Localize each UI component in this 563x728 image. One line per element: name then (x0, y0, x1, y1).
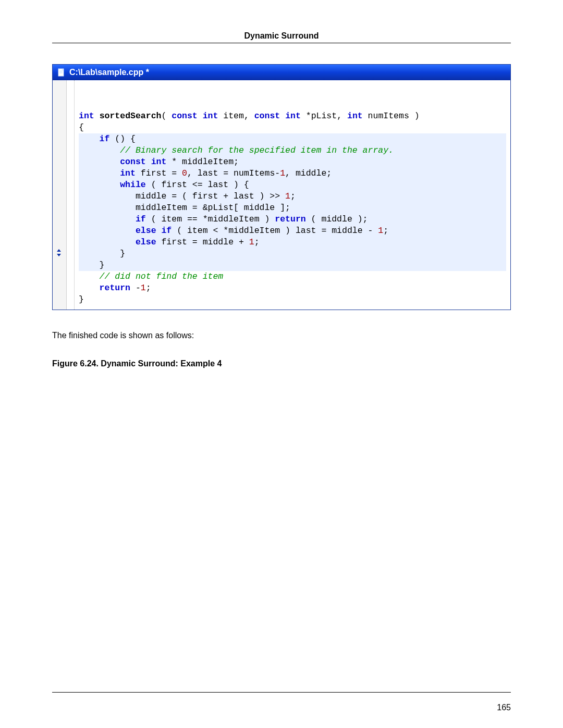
document-page: Dynamic Surround C:\Lab\sample.cpp * (0, 0, 563, 728)
footer-divider (52, 692, 511, 693)
code-line: int sortedSearch( const int item, const … (79, 111, 420, 121)
code-scroll-area[interactable]: int sortedSearch( const int item, const … (75, 80, 510, 310)
code-area[interactable]: int sortedSearch( const int item, const … (75, 80, 510, 305)
surround-highlight-block: if () { // Binary search for the specifi… (79, 133, 506, 271)
svg-marker-5 (57, 249, 61, 252)
figure-caption: Figure 6.24. Dynamic Surround: Example 4 (52, 359, 511, 368)
window-title-text: C:\Lab\sample.cpp * (69, 68, 149, 77)
editor-body: int sortedSearch( const int item, const … (53, 80, 510, 310)
editor-window: C:\Lab\sample.cpp * int sortedSearch( co… (52, 64, 511, 310)
page-number: 165 (497, 703, 511, 712)
editor-margin (67, 80, 75, 310)
code-line: { (79, 122, 84, 132)
body-paragraph: The finished code is shown as follows: (52, 331, 511, 340)
expand-collapse-icon[interactable] (55, 248, 63, 260)
blank-line (79, 100, 84, 109)
svg-marker-6 (57, 254, 61, 256)
editor-gutter[interactable] (53, 80, 67, 310)
document-icon (58, 68, 65, 77)
window-titlebar[interactable]: C:\Lab\sample.cpp * (53, 65, 510, 80)
page-header-title: Dynamic Surround (52, 31, 511, 41)
header-divider (52, 43, 511, 43)
